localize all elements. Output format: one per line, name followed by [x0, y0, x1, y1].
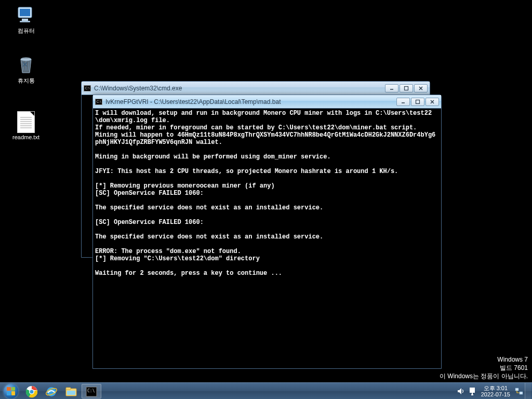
- desktop-icon-readme[interactable]: readme.txt: [7, 111, 45, 140]
- svg-rect-8: [416, 100, 420, 103]
- taskbar: C:\ 오후 3:01 2022-07-15: [0, 382, 532, 399]
- file-explorer-icon: [65, 385, 77, 397]
- cmd-icon: C:\: [84, 85, 91, 91]
- svg-rect-16: [67, 391, 75, 395]
- text-file-icon: [17, 111, 35, 133]
- minimize-button[interactable]: [385, 84, 398, 92]
- taskbar-item-ie[interactable]: [42, 384, 61, 398]
- svg-rect-21: [520, 392, 523, 394]
- show-desktop-button[interactable]: [525, 383, 531, 400]
- close-button[interactable]: [425, 98, 439, 106]
- window-title: IvKrneFPGtVRI - C:\Users\test22\AppData\…: [105, 98, 396, 105]
- svg-rect-6: [405, 86, 408, 90]
- cmd-icon: C:\: [85, 385, 98, 397]
- titlebar[interactable]: C:\ IvKrneFPGtVRI - C:\Users\test22\AppD…: [93, 95, 441, 109]
- internet-explorer-icon: [45, 385, 58, 397]
- taskbar-item-explorer[interactable]: [62, 384, 81, 398]
- window-controls: [396, 98, 439, 106]
- svg-point-11: [30, 390, 34, 393]
- desktop-icon-label: 컴퓨터: [7, 27, 45, 35]
- activation-watermark: Windows 7 빌드 7601 이 Windows는 정품이 아닙니다.: [440, 355, 528, 380]
- svg-text:C:\: C:\: [87, 389, 95, 393]
- windows-logo-icon: [4, 384, 18, 398]
- close-button[interactable]: [414, 84, 428, 92]
- taskbar-clock[interactable]: 오후 3:01 2022-07-15: [478, 385, 513, 397]
- system-tray: 오후 3:01 2022-07-15: [455, 383, 532, 400]
- svg-rect-19: [471, 394, 473, 395]
- desktop-icon-computer[interactable]: 컴퓨터: [7, 5, 45, 35]
- watermark-line: 이 Windows는 정품이 아닙니다.: [440, 372, 528, 380]
- computer-icon: [16, 5, 36, 26]
- action-center-icon[interactable]: [468, 387, 477, 396]
- svg-rect-20: [515, 388, 518, 391]
- taskbar-item-cmd[interactable]: C:\: [82, 384, 101, 398]
- network-icon[interactable]: [514, 387, 524, 396]
- maximize-button[interactable]: [400, 84, 413, 92]
- chrome-icon: [25, 385, 38, 397]
- svg-rect-1: [20, 9, 30, 16]
- minimize-button[interactable]: [396, 98, 410, 106]
- titlebar[interactable]: C:\ C:\Windows\System32\cmd.exe: [82, 82, 430, 95]
- svg-rect-3: [20, 21, 30, 22]
- desktop-icon-label: 휴지통: [7, 77, 45, 85]
- terminal-output[interactable]: I will download, setup and run in backgr…: [93, 109, 441, 368]
- svg-rect-15: [66, 388, 71, 390]
- start-button[interactable]: [0, 383, 22, 400]
- desktop-icon-recycle-bin[interactable]: 휴지통: [7, 55, 45, 85]
- taskbar-item-chrome[interactable]: [22, 384, 41, 398]
- clock-time: 오후 3:01: [481, 385, 510, 391]
- maximize-button[interactable]: [411, 98, 424, 106]
- clock-date: 2022-07-15: [481, 391, 510, 397]
- volume-icon[interactable]: [456, 387, 466, 396]
- recycle-bin-icon: [16, 55, 36, 76]
- desktop-icon-label: readme.txt: [7, 134, 45, 140]
- svg-point-4: [21, 58, 31, 61]
- svg-rect-2: [22, 19, 28, 21]
- cmd-icon: C:\: [95, 99, 102, 105]
- watermark-line: Windows 7: [440, 355, 528, 364]
- window-title: C:\Windows\System32\cmd.exe: [94, 85, 385, 92]
- watermark-line: 빌드 7601: [440, 364, 528, 372]
- cmd-window-foreground[interactable]: C:\ IvKrneFPGtVRI - C:\Users\test22\AppD…: [92, 95, 442, 369]
- window-controls: [385, 84, 428, 92]
